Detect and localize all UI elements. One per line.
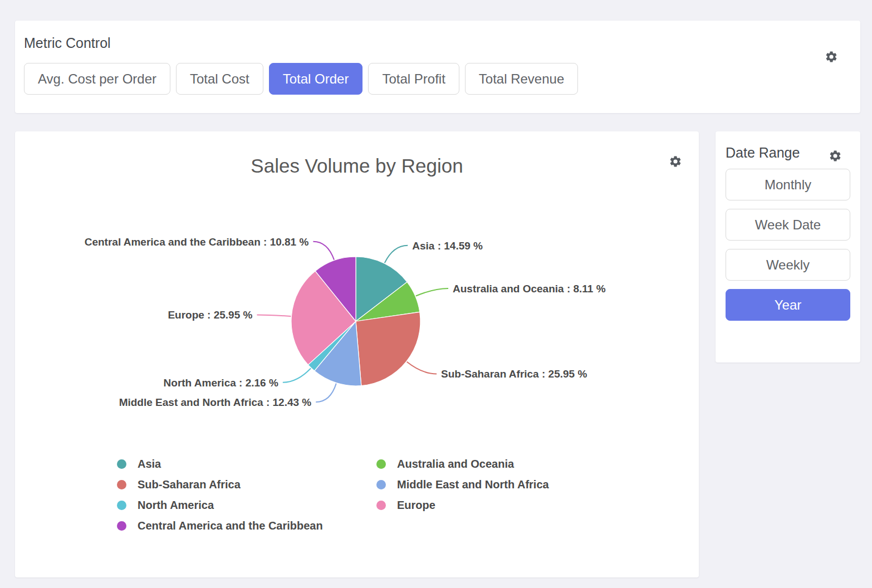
date-range-button-week-date[interactable]: Week Date — [726, 209, 850, 241]
pie-label-sub-saharan-africa: Sub-Saharan Africa : 25.95 % — [441, 368, 587, 380]
pie-leader-line-europe — [257, 315, 291, 316]
metric-control-card: Metric Control Avg. Cost per OrderTotal … — [15, 21, 860, 113]
metric-button-total-cost[interactable]: Total Cost — [176, 63, 263, 95]
chart-settings-gear-icon[interactable] — [669, 155, 682, 168]
pie-label-asia: Asia : 14.59 % — [412, 240, 483, 252]
legend-label: Asia — [138, 458, 161, 471]
legend-dot-central-america-and-the-caribbean — [117, 521, 126, 531]
legend-item-north-america[interactable]: North America — [117, 499, 376, 512]
pie-leader-line-australia-and-oceania — [416, 288, 448, 296]
pie-leader-line-asia — [385, 246, 408, 263]
pie-leader-line-middle-east-and-north-africa — [316, 384, 336, 402]
pie-leader-line-central-america-and-the-caribbean — [313, 242, 334, 260]
pie-label-australia-and-oceania: Australia and Oceania : 8.11 % — [453, 283, 606, 295]
legend-dot-sub-saharan-africa — [117, 480, 126, 489]
legend-item-central-america-and-the-caribbean[interactable]: Central America and the Caribbean — [117, 520, 376, 532]
pie-slice-sub-saharan-africa[interactable] — [356, 312, 420, 385]
pie-label-middle-east-and-north-africa: Middle East and North Africa : 12.43 % — [119, 396, 312, 408]
date-range-button-weekly[interactable]: Weekly — [726, 249, 850, 281]
metric-control-title: Metric Control — [24, 35, 851, 51]
metric-button-avg-cost-per-order[interactable]: Avg. Cost per Order — [24, 63, 170, 95]
pie-chart[interactable]: Asia : 14.59 %Australia and Oceania : 8.… — [15, 185, 699, 441]
sales-volume-card: Sales Volume by Region Asia : 14.59 %Aus… — [15, 131, 699, 577]
legend-item-sub-saharan-africa[interactable]: Sub-Saharan Africa — [117, 478, 376, 491]
pie-label-central-america-and-the-caribbean: Central America and the Caribbean : 10.8… — [85, 236, 309, 248]
chart-title: Sales Volume by Region — [15, 155, 699, 177]
pie-leader-line-north-america — [283, 368, 311, 382]
pie-label-north-america: North America : 2.16 % — [164, 377, 278, 389]
date-range-settings-gear-icon[interactable] — [829, 149, 842, 163]
legend-dot-middle-east-and-north-africa — [376, 480, 386, 489]
legend-item-asia[interactable]: Asia — [117, 458, 376, 471]
legend-dot-europe — [376, 501, 386, 510]
legend-item-australia-and-oceania[interactable]: Australia and Oceania — [376, 458, 699, 471]
metric-button-total-revenue[interactable]: Total Revenue — [465, 63, 578, 95]
dashboard-content-row: Sales Volume by Region Asia : 14.59 %Aus… — [15, 131, 860, 577]
date-range-button-year[interactable]: Year — [726, 289, 850, 321]
date-range-button-monthly[interactable]: Monthly — [726, 169, 850, 200]
legend-label: Sub-Saharan Africa — [138, 478, 241, 491]
legend-label: North America — [138, 499, 214, 512]
legend-item-europe[interactable]: Europe — [376, 499, 699, 512]
metric-button-group: Avg. Cost per OrderTotal CostTotal Order… — [24, 63, 851, 95]
metric-settings-gear-icon[interactable] — [825, 50, 838, 63]
metric-button-total-order[interactable]: Total Order — [269, 63, 363, 95]
legend-label: Europe — [397, 499, 435, 512]
legend-item-middle-east-and-north-africa[interactable]: Middle East and North Africa — [376, 478, 699, 491]
legend-label: Australia and Oceania — [397, 458, 514, 471]
pie-leader-line-sub-saharan-africa — [407, 362, 437, 374]
legend-dot-north-america — [117, 501, 126, 510]
legend-dot-australia-and-oceania — [376, 459, 386, 469]
date-range-button-group: MonthlyWeek DateWeeklyYear — [726, 169, 850, 321]
legend-label: Central America and the Caribbean — [138, 520, 323, 532]
chart-legend: AsiaAustralia and OceaniaSub-Saharan Afr… — [117, 458, 699, 532]
legend-dot-asia — [117, 459, 126, 469]
metric-button-total-profit[interactable]: Total Profit — [368, 63, 459, 95]
date-range-card: Date Range MonthlyWeek DateWeeklyYear — [716, 131, 860, 362]
pie-label-europe: Europe : 25.95 % — [168, 309, 252, 321]
legend-label: Middle East and North Africa — [397, 478, 549, 491]
